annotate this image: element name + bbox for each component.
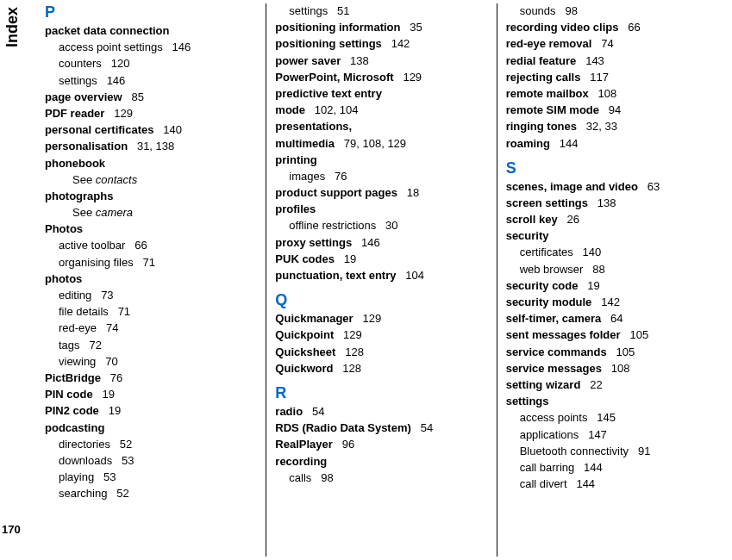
- index-subentry: active toolbar 66: [45, 238, 257, 253]
- index-entry: sent messages folder 105: [506, 327, 718, 343]
- index-entry: scenes, image and video 63: [506, 179, 718, 195]
- index-entry: phonebook: [45, 156, 257, 171]
- index-entry: scroll key 26: [506, 212, 718, 227]
- index-side-tab: Index: [0, 0, 24, 560]
- index-entry: photographs: [45, 189, 257, 204]
- spacer: [506, 152, 718, 159]
- index-entry: roaming 144: [506, 136, 718, 152]
- index-entry: mode 102, 104: [275, 103, 487, 118]
- index-entry: profiles: [275, 202, 487, 217]
- index-entry: recording: [275, 454, 487, 470]
- index-entry: ringing tones 32, 33: [506, 119, 718, 134]
- spacer: [275, 377, 487, 384]
- index-entry: presentations,: [275, 119, 487, 134]
- index-entry: positioning information 35: [275, 20, 487, 35]
- index-subentry: sounds 98: [506, 3, 718, 19]
- index-entry: personalisation 31, 138: [45, 139, 257, 154]
- index-subentry: applications 147: [506, 427, 718, 443]
- index-entry: self-timer, camera 64: [506, 311, 718, 327]
- index-entry: red-eye removal 74: [506, 36, 718, 52]
- index-subentry: downloads 53: [45, 453, 257, 469]
- index-entry: service messages 108: [506, 361, 718, 376]
- index-entry: PDF reader 129: [45, 106, 257, 121]
- index-entry: RDS (Radio Data System) 54: [275, 420, 487, 436]
- index-entry: positioning settings 142: [275, 36, 487, 52]
- index-entry: personal certificates 140: [45, 122, 257, 138]
- index-entry: Quickword 128: [275, 361, 487, 376]
- index-subentry: web browser 88: [506, 262, 718, 277]
- index-subentry: organising files 71: [45, 255, 257, 271]
- index-entry: PowerPoint, Microsoft 129: [275, 70, 487, 85]
- index-subentry: call barring 144: [506, 460, 718, 476]
- index-subentry: editing 73: [45, 288, 257, 303]
- index-subentry: file details 71: [45, 304, 257, 320]
- index-entry: remote SIM mode 94: [506, 103, 718, 118]
- index-entry: security module 142: [506, 295, 718, 310]
- index-entry: radio 54: [275, 404, 487, 420]
- index-subentry: searching 52: [45, 486, 257, 501]
- index-entry: photos: [45, 271, 257, 287]
- spacer: [275, 284, 487, 291]
- index-subentry: counters 120: [45, 56, 257, 72]
- index-entry: PUK codes 19: [275, 252, 487, 267]
- index-entry: screen settings 138: [506, 196, 718, 211]
- index-entry: proxy settings 146: [275, 235, 487, 251]
- index-see-reference: See camera: [45, 205, 257, 221]
- index-entry: podcasting: [45, 420, 257, 436]
- index-entry: PIN code 19: [45, 387, 257, 402]
- index-entry: punctuation, text entry 104: [275, 268, 487, 283]
- column-2: settings 51positioning information 35pos…: [266, 3, 497, 557]
- index-columns: Ppacket data connectionaccess point sett…: [36, 3, 727, 557]
- index-entry: settings: [506, 394, 718, 409]
- index-entry: page overview 85: [45, 90, 257, 105]
- index-entry: Quickpoint 129: [275, 327, 487, 343]
- index-subentry: directories 52: [45, 437, 257, 452]
- index-entry: service commands 105: [506, 345, 718, 360]
- index-entry: redial feature 143: [506, 53, 718, 69]
- index-entry: Photos: [45, 221, 257, 237]
- index-entry: power saver 138: [275, 53, 487, 69]
- index-entry: PIN2 code 19: [45, 403, 257, 419]
- index-entry: predictive text entry: [275, 86, 487, 102]
- index-entry: security: [506, 228, 718, 244]
- index-letter-heading: P: [45, 3, 257, 22]
- index-subentry: images 76: [275, 169, 487, 184]
- index-letter-heading: Q: [275, 291, 487, 309]
- index-letter-heading: S: [506, 159, 718, 177]
- index-subentry: calls 98: [275, 470, 487, 486]
- index-entry: RealPlayer 96: [275, 437, 487, 452]
- index-subentry: access point settings 146: [45, 40, 257, 55]
- index-subentry: Bluetooth connectivity 91: [506, 444, 718, 459]
- index-subentry: access points 145: [506, 410, 718, 426]
- index-subentry: call divert 144: [506, 476, 718, 492]
- index-entry: Quicksheet 128: [275, 345, 487, 360]
- index-subentry: offline restrictions 30: [275, 218, 487, 233]
- page-number: 170: [2, 523, 21, 536]
- index-subentry: red-eye 74: [45, 320, 257, 336]
- index-entry: rejecting calls 117: [506, 70, 718, 85]
- column-3: sounds 98recording video clips 66red-eye…: [497, 3, 727, 557]
- index-subentry: tags 72: [45, 338, 257, 353]
- index-entry: remote mailbox 108: [506, 86, 718, 102]
- index-subentry: settings 51: [275, 3, 487, 19]
- index-side-tab-text: Index: [3, 7, 22, 47]
- index-letter-heading: R: [275, 384, 487, 402]
- index-subentry: playing 53: [45, 470, 257, 485]
- index-entry: security code 19: [506, 278, 718, 294]
- index-entry: multimedia 79, 108, 129: [275, 136, 487, 152]
- index-entry: printing: [275, 152, 487, 168]
- index-subentry: certificates 140: [506, 245, 718, 260]
- index-subentry: settings 146: [45, 73, 257, 89]
- index-see-reference: See contacts: [45, 172, 257, 188]
- index-entry: PictBridge 76: [45, 370, 257, 386]
- column-1: Ppacket data connectionaccess point sett…: [36, 3, 266, 557]
- index-subentry: viewing 70: [45, 354, 257, 370]
- index-entry: recording video clips 66: [506, 20, 718, 35]
- index-entry: product support pages 18: [275, 185, 487, 201]
- index-entry: Quickmanager 129: [275, 311, 487, 327]
- index-entry: setting wizard 22: [506, 377, 718, 393]
- index-entry: packet data connection: [45, 23, 257, 39]
